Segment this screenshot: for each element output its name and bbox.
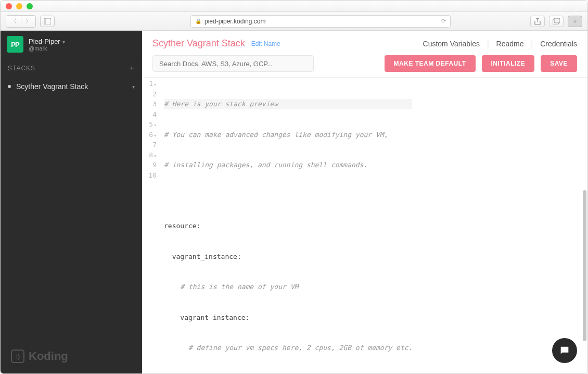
team-name: Pied-Piper xyxy=(29,38,60,45)
search-input[interactable] xyxy=(152,55,314,72)
code-editor[interactable]: 12345678910 # Here is your stack preview… xyxy=(142,77,587,373)
koding-brand: :) Koding xyxy=(1,339,142,373)
svg-rect-3 xyxy=(554,18,560,23)
line-gutter: 12345678910 xyxy=(142,78,161,373)
code-content[interactable]: # Here is your stack preview # You can m… xyxy=(161,78,415,373)
close-window-button[interactable] xyxy=(6,3,12,9)
svg-rect-1 xyxy=(44,18,46,24)
initialize-button[interactable]: INITIALIZE xyxy=(482,55,535,72)
chevron-down-icon[interactable]: ▾ xyxy=(132,84,135,90)
intercom-chat-button[interactable] xyxy=(552,338,577,363)
team-user: @mark xyxy=(29,45,65,52)
status-dot-icon xyxy=(8,85,11,88)
back-button[interactable]: 〈 xyxy=(6,16,21,27)
new-tab-button[interactable]: + xyxy=(568,16,582,27)
edit-name-link[interactable]: Edit Name xyxy=(251,40,280,47)
share-button[interactable] xyxy=(530,16,545,27)
sidebar-stack-item[interactable]: Scyther Vagrant Stack ▾ xyxy=(1,78,142,95)
url-text: pied-piper.koding.com xyxy=(204,18,265,25)
tabs-button[interactable] xyxy=(549,16,564,27)
minimize-window-button[interactable] xyxy=(16,3,22,9)
tab-credentials[interactable]: Credentials xyxy=(540,40,577,48)
tab-custom-variables[interactable]: Custom Variables xyxy=(423,40,480,48)
make-team-default-button[interactable]: MAKE TEAM DEFAULT xyxy=(385,55,476,72)
stacks-section-label: STACKS xyxy=(8,65,35,72)
fullscreen-window-button[interactable] xyxy=(27,3,33,9)
chevron-down-icon: ▾ xyxy=(62,39,65,45)
team-switcher[interactable]: PP Pied-Piper▾ @mark xyxy=(1,31,142,58)
add-stack-button[interactable]: + xyxy=(130,64,135,73)
stack-item-label: Scyther Vagrant Stack xyxy=(16,82,88,91)
team-logo: PP xyxy=(7,36,23,53)
save-button[interactable]: SAVE xyxy=(541,55,577,72)
browser-toolbar: 〈 〉 🔒 pied-piper.koding.com ⟳ + xyxy=(1,12,587,31)
stack-title: Scyther Vagrant Stack xyxy=(152,38,245,49)
tab-readme[interactable]: Readme xyxy=(496,40,524,48)
lock-icon: 🔒 xyxy=(195,18,201,24)
sidebar-toggle-button[interactable] xyxy=(40,16,55,27)
forward-button[interactable]: 〉 xyxy=(21,16,35,27)
sidebar: PP Pied-Piper▾ @mark STACKS + Scyther Va… xyxy=(1,31,142,373)
scrollbar[interactable] xyxy=(583,190,586,341)
reload-icon[interactable]: ⟳ xyxy=(441,18,446,24)
koding-logo-icon: :) xyxy=(11,350,24,363)
address-bar[interactable]: 🔒 pied-piper.koding.com ⟳ xyxy=(190,15,451,28)
window-title-bar xyxy=(1,1,587,12)
